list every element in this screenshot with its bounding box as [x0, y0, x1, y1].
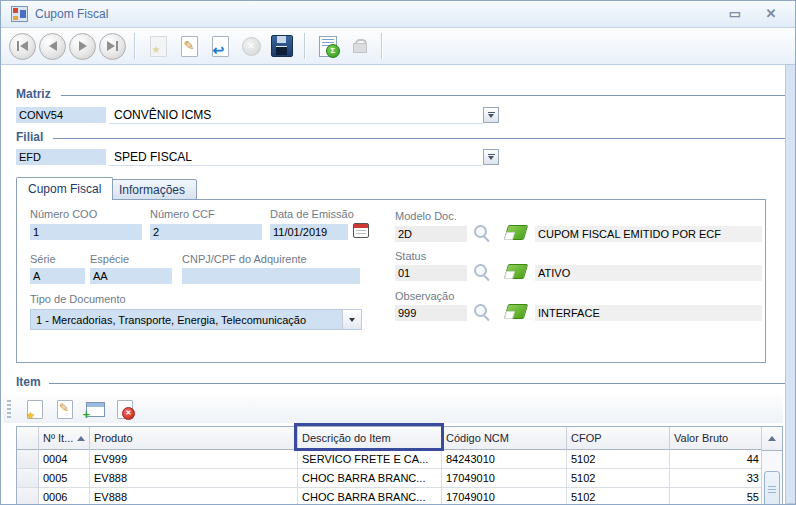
add-detail-button[interactable]: +	[83, 397, 107, 421]
observacao-label: Observação	[395, 290, 454, 302]
pencil-icon: ✎	[184, 39, 195, 52]
status-lookup-icon[interactable]	[504, 264, 528, 279]
calendar-icon[interactable]	[353, 223, 369, 238]
excel-sheet-icon: Σ	[319, 36, 337, 57]
filial-group-label: Filial	[16, 130, 43, 144]
previous-record-button[interactable]	[39, 33, 66, 60]
cell-codigo-ncm[interactable]: 17049010	[442, 469, 567, 488]
sort-asc-icon	[77, 436, 85, 441]
numero-coo-field[interactable]: 1	[30, 224, 142, 240]
cell-cfop[interactable]: 5102	[567, 469, 670, 488]
scroll-up-button[interactable]	[762, 427, 782, 451]
toolbar-grip[interactable]	[7, 400, 11, 418]
cell-descricao[interactable]: SERVICO FRETE E CA...	[298, 450, 442, 469]
export-excel-button[interactable]: Σ	[314, 32, 342, 60]
new-record-button[interactable]: ★	[144, 32, 172, 60]
status-field[interactable]: 01	[395, 265, 467, 281]
cell-produto[interactable]: EV888	[90, 469, 298, 488]
delete-x-icon: ✕	[122, 407, 135, 420]
tipo-documento-value: 1 - Mercadorias, Transporte, Energia, Te…	[31, 314, 342, 326]
observacao-search-icon[interactable]	[474, 304, 490, 320]
numero-ccf-field[interactable]: 2	[150, 224, 262, 240]
tipo-documento-label: Tipo de Documento	[30, 293, 126, 305]
cell-valor-bruto[interactable]: 33	[670, 469, 764, 488]
modelo-doc-field[interactable]: 2D	[395, 226, 467, 242]
cell-no-item[interactable]: 0006	[39, 488, 90, 505]
row-selector[interactable]	[17, 469, 39, 488]
tab-cupom-fiscal[interactable]: Cupom Fiscal	[16, 177, 113, 200]
undo-changes-button[interactable]: ↩	[206, 32, 234, 60]
tab-informacoes[interactable]: Informações	[107, 179, 197, 200]
minimize-icon[interactable]: ▭	[723, 4, 747, 23]
table-row: 0006 EV888 CHOC BARRA BRANC... 17049010 …	[17, 488, 782, 505]
observacao-lookup-icon[interactable]	[504, 304, 528, 319]
cell-valor-bruto[interactable]: 55	[670, 488, 764, 505]
serie-field[interactable]: A	[30, 268, 85, 284]
modelo-doc-search-icon[interactable]	[474, 225, 490, 241]
modelo-doc-lookup-icon[interactable]	[504, 225, 528, 240]
grid-header-produto[interactable]: Produto	[90, 427, 298, 450]
grid-header-codigo-ncm[interactable]: Código NCM	[442, 427, 567, 450]
modelo-doc-description: CUPOM FISCAL EMITIDO POR ECF	[535, 226, 762, 242]
edit-record-button[interactable]: ✎	[175, 32, 203, 60]
cell-codigo-ncm[interactable]: 84243010	[442, 450, 567, 469]
item-grid: Nº It... Produto Descrição do Item Códig…	[16, 426, 783, 505]
cell-codigo-ncm[interactable]: 17049010	[442, 488, 567, 505]
grid-header-no-item-label: Nº It...	[43, 427, 73, 449]
cnpj-field[interactable]	[182, 268, 360, 284]
first-record-button[interactable]	[9, 33, 36, 60]
matriz-code-field[interactable]: CONV54	[16, 107, 106, 123]
edit-item-button[interactable]: ✎	[53, 397, 77, 421]
item-group-line	[49, 383, 787, 384]
tipo-documento-combo[interactable]: 1 - Mercadorias, Transporte, Energia, Te…	[30, 309, 362, 330]
grid-header-no-item[interactable]: Nº It...	[39, 427, 90, 450]
grid-header-descricao[interactable]: Descrição do Item	[298, 427, 442, 450]
grid-vertical-scrollbar[interactable]	[761, 427, 782, 505]
cell-descricao[interactable]: CHOC BARRA BRANC...	[298, 488, 442, 505]
delete-item-button[interactable]: ✕	[113, 397, 137, 421]
save-record-button[interactable]	[268, 32, 296, 60]
filial-code-field[interactable]: EFD	[16, 149, 106, 165]
filial-description: SPED FISCAL	[111, 149, 481, 165]
cell-descricao[interactable]: CHOC BARRA BRANC...	[298, 469, 442, 488]
tab-cupom-fiscal-label: Cupom Fiscal	[28, 182, 101, 196]
close-icon[interactable]: ✕	[759, 4, 783, 23]
table-row: 0005 EV888 CHOC BARRA BRANC... 17049010 …	[17, 469, 782, 488]
cell-cfop[interactable]: 5102	[567, 450, 670, 469]
cell-valor-bruto[interactable]: 44	[670, 450, 764, 469]
filial-dropdown-button[interactable]	[483, 149, 499, 165]
especie-field[interactable]: AA	[90, 268, 172, 284]
status-search-icon[interactable]	[474, 264, 490, 280]
row-selector[interactable]	[17, 488, 39, 505]
cell-cfop[interactable]: 5102	[567, 488, 670, 505]
grid-corner-cell	[17, 427, 39, 450]
observacao-field[interactable]: 999	[395, 305, 467, 321]
data-emissao-field[interactable]: 11/01/2019	[270, 224, 348, 240]
last-record-button[interactable]	[99, 33, 126, 60]
form-vertical-scrollbar[interactable]	[785, 64, 796, 504]
plus-icon: +	[83, 408, 91, 421]
floppy-disk-icon	[271, 35, 293, 57]
cell-no-item[interactable]: 0004	[39, 450, 90, 469]
next-record-button[interactable]	[69, 33, 96, 60]
new-item-button[interactable]: ★	[23, 397, 47, 421]
grid-header-cfop[interactable]: CFOP	[567, 427, 670, 450]
scrollbar-thumb[interactable]	[764, 471, 780, 505]
cancel-x-icon: ✕	[242, 37, 261, 56]
tab-informacoes-label: Informações	[119, 183, 185, 197]
row-selector[interactable]	[17, 450, 39, 469]
lock-record-button[interactable]	[345, 32, 373, 60]
cell-no-item[interactable]: 0005	[39, 469, 90, 488]
app-icon	[11, 6, 28, 22]
status-description: ATIVO	[535, 265, 762, 281]
serie-label: Série	[30, 253, 56, 265]
cell-produto[interactable]: EV999	[90, 450, 298, 469]
chevron-down-icon	[349, 318, 355, 322]
matriz-dropdown-button[interactable]	[483, 107, 499, 123]
cancel-record-button[interactable]: ✕	[237, 32, 265, 60]
matriz-group-line	[61, 95, 787, 96]
grid-header-valor-bruto[interactable]: Valor Bruto	[670, 427, 764, 450]
cell-produto[interactable]: EV888	[90, 488, 298, 505]
tipo-documento-dropdown-button[interactable]	[342, 310, 361, 329]
cnpj-label: CNPJ/CPF do Adquirente	[182, 253, 307, 265]
